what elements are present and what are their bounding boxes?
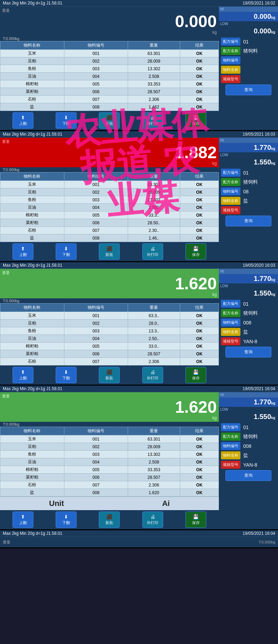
- table-row: 棉籽粕00533.0..OK: [0, 343, 219, 350]
- table-row: 玉米00163.301OK: [0, 435, 219, 443]
- table-row: 豆油0042.508OK: [0, 73, 219, 80]
- info-value-formula-num-1: 01: [240, 39, 276, 45]
- btn-down-3[interactable]: ⬇下翻: [56, 367, 77, 383]
- panel-5-partial: Max 2kg Min 20g d=1g J1.58.01 19/05/2021…: [0, 530, 278, 548]
- topbar-datetime-4: 19/05/2021 16:04: [243, 386, 275, 391]
- topbar-datetime-1: 19/05/2021 16:02: [243, 1, 275, 6]
- table-row: 菜籽粕00628.507OK: [0, 474, 219, 481]
- table-row: 豆粕00228.009OK: [0, 188, 219, 196]
- table-row: 盐0081.462OK: [0, 103, 219, 111]
- table-row: 棉籽粕00533.353OK: [0, 466, 219, 474]
- data-table-4: 物料名称 物料编号 重量 结果 玉米00163.301OK 豆粕00228.00…: [0, 427, 219, 497]
- weight-unit-1: kg: [2, 30, 217, 35]
- panel-3: Max 2kg Min 20g d=1g J1.58.01 19/05/2020…: [0, 262, 278, 386]
- main-weight-4: 1.620: [2, 399, 217, 416]
- table-row: 盐0081.46..OK: [0, 234, 219, 242]
- btn-up-1[interactable]: ⬆上翻: [13, 112, 33, 129]
- info-label-spec-1: 规格型号: [221, 75, 240, 83]
- table-row: 石粉0072.306OK: [0, 96, 219, 103]
- action-bar-2: ⬆上翻 ⬇下翻 ⬛新批 🖨补打印 💾保存: [0, 242, 219, 261]
- data-table-1: 物料名称 物料编号 重量 结果 玉米00163.301OK豆粕00228.009…: [0, 41, 219, 111]
- topbar-spec-1: Max 2kg Min 20g d=1g J1.58.01: [3, 1, 62, 6]
- topbar-datetime-3: 19/05/2020 16:03: [243, 263, 275, 268]
- low-label-1: LOW: [219, 21, 278, 26]
- table-row: 菜籽粕00628.507OK: [0, 350, 219, 358]
- action-bar-4: ⬆上翻 ⬇下翻 ⬛新批 🖨补打印 💾保存: [0, 510, 219, 529]
- action-bar-3: ⬆上翻 ⬇下翻 ⬛新批 🖨补打印 💾保存: [0, 365, 219, 385]
- sub-label-2: T:0.000kg: [0, 167, 219, 172]
- topbar-3: Max 2kg Min 20g d=1g J1.58.01 19/05/2020…: [0, 262, 278, 269]
- btn-new-2[interactable]: ⬛新批: [99, 243, 120, 260]
- info-label-formula-name-1: 配方名称: [221, 47, 240, 55]
- table-row: 豆粕00228.0..OK: [0, 320, 219, 327]
- btn-new-4[interactable]: ⬛新批: [99, 512, 120, 528]
- unit-label: Unit: [49, 499, 64, 508]
- table-row: 鱼粉00313.302OK: [0, 451, 219, 458]
- ai-label: Ai: [162, 499, 170, 508]
- data-table-2: 物料名称 物料编号 重量 结果 玉米00163.301OK豆粕00228.009…: [0, 172, 219, 242]
- topbar-2: Max 2kg Min 20g d=1g J1.58.01 19/05/2021…: [0, 131, 278, 138]
- table-row: 豆油0042.508OK: [0, 458, 219, 466]
- low-value-1: 0.000kg: [219, 26, 278, 36]
- table-row: 玉米00163.301OK: [0, 181, 219, 188]
- table-row: 豆粕00228.009OK: [0, 443, 219, 451]
- btn-print-2[interactable]: 🖨补打印: [142, 243, 163, 260]
- topbar-5: Max 2kg Min 20g d=1g J1.58.01 19/05/2021…: [0, 530, 278, 537]
- btn-new-1[interactable]: ⬛新批: [99, 112, 120, 129]
- btn-print-3[interactable]: 🖨补打印: [142, 367, 163, 383]
- btn-new-3[interactable]: ⬛新批: [99, 367, 120, 383]
- btn-save-1[interactable]: 💾保存: [185, 112, 206, 129]
- table-row: 玉米00163.3..OK: [0, 312, 219, 320]
- topbar-spec-2: Max 2kg Min 20g d=1g J1.58.01: [3, 132, 62, 137]
- table-row: 玉米00163.301OK: [0, 50, 219, 57]
- topbar-spec-4: Max 2kg Min 20g d=1g J1.58.01: [3, 386, 62, 391]
- topbar-4: Max 2kg Min 20g d=1g J1.58.01 19/05/2021…: [0, 386, 278, 392]
- info-value-formula-name-1: 猪饲料: [240, 48, 276, 54]
- btn-save-3[interactable]: 💾保存: [185, 367, 206, 383]
- panel-2: Max 2kg Min 20g d=1g J1.58.01 19/05/2021…: [0, 131, 278, 262]
- table-row: 豆粕00228.009OK: [0, 57, 219, 65]
- btn-up-4[interactable]: ⬆上翻: [13, 512, 33, 528]
- col-header-result: 结果: [180, 41, 219, 50]
- panel-1: Max 2kg Min 20g d=1g J1.58.01 19/05/2021…: [0, 0, 278, 131]
- info-label-material-num-1: 物料编号: [221, 56, 240, 64]
- action-bar-1: ⬆上翻 ⬇下翻 ⬛新批 🖨补打印 💾保存: [0, 111, 219, 130]
- btn-down-2[interactable]: ⬇下翻: [56, 243, 77, 260]
- btn-print-1[interactable]: 🖨补打印: [142, 112, 163, 129]
- table-row: 石粉0072.306OK: [0, 481, 219, 489]
- table-row: 石粉0072.306OK: [0, 358, 219, 365]
- query-btn-1[interactable]: 查询: [225, 84, 271, 95]
- table-row: 石粉0072.30..OK: [0, 227, 219, 234]
- main-weight-2: 1.882: [2, 144, 217, 161]
- btn-save-4[interactable]: 💾保存: [185, 512, 206, 528]
- table-row: 菜籽粕00628.50..OK: [0, 219, 219, 227]
- hi-value-1: 0.000kg: [219, 12, 278, 21]
- col-header-code: 物料编号: [64, 41, 128, 50]
- data-table-3: 物料名称 物料编号 重量 结果 玉米00163.3..OK 豆粕00228.0.…: [0, 303, 219, 365]
- query-btn-4[interactable]: 查询: [225, 470, 271, 481]
- main-weight-1: 0.000: [2, 13, 217, 30]
- col-header-name: 物料名称: [0, 41, 64, 50]
- btn-down-1[interactable]: ⬇下翻: [56, 112, 77, 129]
- table-row: 盐0081.620OK: [0, 489, 219, 497]
- table-row: 豆油0042.500OK: [0, 204, 219, 211]
- table-row: 棉籽粕00533.353OK: [0, 80, 219, 88]
- table-row: 菜籽粕00628.507OK: [0, 88, 219, 96]
- query-btn-2[interactable]: 查询: [225, 216, 271, 226]
- table-row: 豆油0042.50..OK: [0, 335, 219, 343]
- table-row: 鱼粉00313.3..OK: [0, 327, 219, 335]
- topbar-spec-3: Max 2kg Min 20g d=1g J1.58.01: [3, 263, 62, 268]
- info-label-formula-num-1: 配方编号: [221, 38, 240, 46]
- table-row: 鱼粉00313.302OK: [0, 196, 219, 204]
- btn-up-2[interactable]: ⬆上翻: [13, 243, 33, 260]
- query-btn-3[interactable]: 查询: [225, 347, 271, 357]
- btn-print-4[interactable]: 🖨补打印: [142, 512, 163, 528]
- sub-label-1: T:0.000kg: [0, 36, 219, 41]
- btn-up-3[interactable]: ⬆上翻: [13, 367, 33, 383]
- weight-unit-2: kg: [2, 161, 217, 166]
- hi-label-1: HI: [219, 7, 278, 12]
- main-container: Max 2kg Min 20g d=1g J1.58.01 19/05/2021…: [0, 0, 278, 548]
- table-row: 棉籽粕00533.3..OK: [0, 211, 219, 219]
- btn-save-2[interactable]: 💾保存: [185, 243, 206, 260]
- btn-down-4[interactable]: ⬇下翻: [56, 512, 77, 528]
